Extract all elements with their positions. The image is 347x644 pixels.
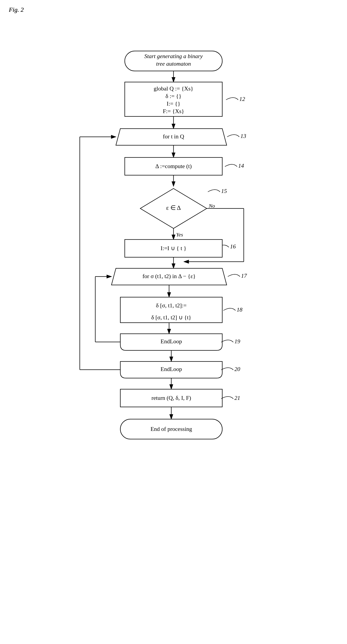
svg-text:13: 13 [240,133,246,139]
fig-label: Fig. 2 [9,6,24,13]
svg-text:16: 16 [230,243,236,250]
svg-text:18: 18 [237,306,242,313]
svg-text:δ := {}: δ := {} [166,93,181,99]
svg-text:EndLoop: EndLoop [161,366,182,372]
svg-text:15: 15 [221,188,227,194]
svg-text:17: 17 [241,272,247,279]
svg-text:19: 19 [234,338,240,344]
svg-text:F:= {Xs}: F:= {Xs} [163,108,184,114]
svg-text:δ [σ, t1, t2]:=: δ [σ, t1, t2]:= [156,302,187,309]
svg-text:20: 20 [234,366,240,372]
svg-text:Δ :=compute (t): Δ :=compute (t) [155,163,192,170]
svg-text:End of processing: End of processing [150,426,192,432]
svg-text:14: 14 [238,162,244,169]
svg-text:δ [σ, t1, t2] ∪ {t}: δ [σ, t1, t2] ∪ {t} [151,314,191,321]
svg-text:Yes: Yes [176,232,183,238]
svg-text:global Q := {Xs}: global Q := {Xs} [154,86,193,92]
svg-text:I:= {}: I:= {} [167,100,180,107]
svg-text:12: 12 [239,96,245,102]
svg-text:No: No [209,203,215,209]
svg-text:tree automaton: tree automaton [156,60,191,67]
svg-text:for t in Q: for t in Q [163,133,184,140]
svg-text:I:=I ∪ { t }: I:=I ∪ { t } [161,245,186,252]
svg-text:ε ∈ Δ: ε ∈ Δ [166,204,181,211]
svg-text:EndLoop: EndLoop [161,338,182,344]
svg-text:for σ (t1, t2) in Δ − {ε}: for σ (t1, t2) in Δ − {ε} [142,273,196,280]
flowchart-svg: Start generating a binary tree automaton… [0,22,347,632]
svg-text:Start generating a binary: Start generating a binary [144,53,203,60]
svg-text:21: 21 [234,395,240,401]
svg-text:return (Q, δ, I, F): return (Q, δ, I, F) [151,395,191,401]
